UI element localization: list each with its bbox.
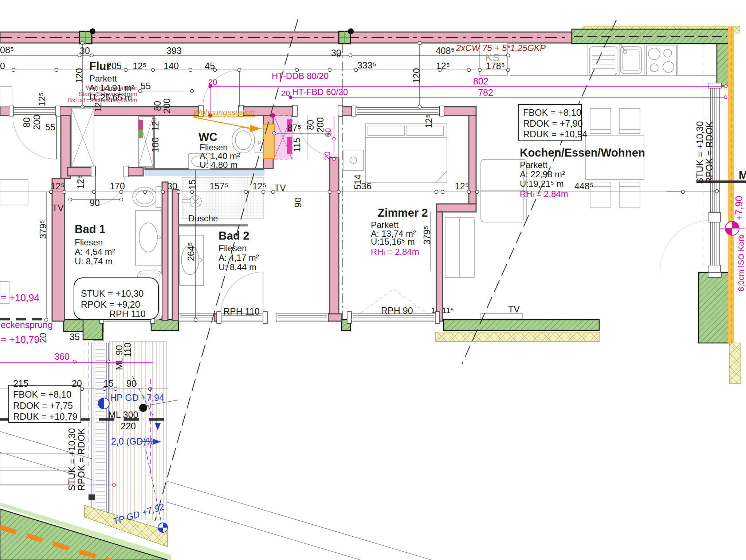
dim-87-5: 87⁵ (287, 123, 301, 133)
room-title-kochen: Kochen/Essen/Wohnen (520, 146, 645, 159)
box3-fbok: FBOK = +8,10 (13, 389, 71, 399)
dim-20-ht2: 20 (281, 89, 290, 98)
room-title-wc: WC (199, 131, 217, 143)
floor-plan-drawing: 08⁵ 0 30 393 30 408⁵ 2xCW 75 + 5*1,25GKP… (0, 0, 746, 560)
dim-12-5-j: 12⁵ (455, 181, 469, 191)
box2-rpok: RPOK = +9,20 (81, 299, 140, 309)
label-tv-1: TV (52, 203, 64, 213)
dim-36: 36 (361, 181, 372, 191)
dim-215: 215 (13, 378, 28, 389)
dim-12-5-e: 12⁵ (150, 117, 160, 131)
dim-60-magenta: 60 (323, 128, 333, 137)
dim-408-right: 408⁵ (436, 46, 455, 56)
wc-perimeter: U: 4,80 m (200, 160, 237, 170)
dim-12-5-b: 12⁵ (436, 61, 450, 71)
note-gefaelle: 2,0 (GD)% (111, 436, 154, 446)
label-tv-3: TV (508, 304, 520, 314)
dim-782: 782 (478, 87, 493, 98)
box2-rph: RPH 110 (109, 309, 146, 319)
zimmer2-floor: Parkett (371, 220, 398, 230)
dim-30-pier2: 30 (331, 48, 341, 58)
dim-20-magenta: 20 (323, 151, 332, 160)
level-stuk-right: STUK = +10,30 (695, 121, 705, 184)
label-rph90: RPH 90 (381, 305, 413, 316)
box3-rdok: RDOK = +7,75 (13, 401, 73, 411)
label-rph110-bad2: RPH 110 (223, 306, 260, 316)
level-rpok-bottom: RPOK = RDOK (76, 428, 86, 491)
kochen-area: A: 22,98 m² (520, 169, 565, 179)
dim-80-a: 80 (21, 117, 32, 127)
dim-157-5: 157⁵ (209, 181, 228, 191)
flur-floor: Parkett (89, 74, 117, 83)
level-stuk-bottom: STUK = +10,30 (67, 428, 77, 491)
dim-200-a: 200 (32, 115, 42, 130)
note-ht-fbd: HT-FBD 60/20 (292, 87, 348, 97)
room-title-bad1: Bad 1 (75, 223, 105, 236)
dim-802: 802 (473, 76, 488, 86)
dim-379-5-b: 379⁵ (422, 226, 432, 245)
bad2-floor: Fliesen (219, 243, 247, 253)
level-790: +7,90 (734, 196, 745, 221)
box1-fbok: FBOK = +8,10 (523, 107, 581, 118)
room-title-zimmer2: Zimmer 2 (378, 206, 428, 219)
dim-393: 393 (166, 46, 182, 56)
bad1-perimeter: U: 8,74 m (75, 256, 113, 266)
box3-rduk: RDUK = +10,79 (13, 411, 78, 422)
level-rpok-right: RPOK = RDOK (704, 121, 714, 184)
floor-plan-canvas: 08⁵ 0 30 393 30 408⁵ 2xCW 75 + 5*1,25GKP… (0, 0, 746, 560)
label-dusche: Dusche (188, 213, 218, 223)
kochen-clear-height: RHₗ = 2,84m (520, 189, 568, 199)
dim-264-5: 264⁵ (186, 242, 196, 261)
level-1094: = +10,94 (1, 292, 40, 303)
dim-100: 100 (150, 137, 160, 153)
dim-20-d: 20 (72, 378, 82, 389)
exterior-ladder (89, 343, 109, 517)
dim-120-left: 120 (74, 68, 84, 83)
note-hp-gd: HP GD +7,94 (110, 393, 164, 403)
dim-379-5-a: 379⁵ (38, 220, 48, 239)
box2-stuk: STUK = +10,30 (81, 288, 144, 299)
dim-205: 205 (106, 61, 122, 71)
dim-35: 35 (70, 332, 80, 342)
dim-220: 220 (121, 421, 136, 431)
note-iso-korb: 8,0cm ISO Korb (737, 234, 746, 292)
dim-408-left: 08⁵ (0, 45, 14, 55)
label-m-cut: M (739, 169, 746, 182)
dim-55-b: 55 (141, 81, 151, 91)
dim-140: 140 (164, 61, 179, 71)
wohnungsstation-arrow (194, 117, 261, 132)
bad1-area: A: 4,54 m² (75, 247, 115, 257)
label-tv-2: TV (274, 183, 286, 193)
dim-12-5-a: 12⁵ (133, 61, 146, 71)
dim-120-right: 120 (411, 68, 421, 83)
label-fridge-ks: KS (485, 51, 500, 63)
box1-rduk: RDUK = +10,94 (523, 129, 588, 139)
dim-448-5: 448⁵ (574, 181, 593, 191)
bad1-floor: Fliesen (75, 237, 103, 247)
kochen-perimeter: U:19,21⁵ m (520, 179, 564, 189)
tv-board (481, 313, 523, 319)
dim-12-5-d: 12⁵ (93, 98, 103, 112)
note-ht-ddb: HT-DDB 80/20 (272, 71, 329, 81)
dim-80-c: 80 (305, 120, 315, 130)
level-1079: = +10,79 (1, 334, 40, 345)
dim-12-5-c: 12⁵ (37, 92, 47, 106)
bad2-area: A: 4,17 m² (219, 253, 259, 263)
kochen-floor: Parkett (520, 160, 547, 170)
dim-12-5-h: 12⁵ (252, 181, 266, 191)
note-deckensprung: eckensprung (1, 320, 53, 330)
shower-partition (145, 170, 264, 175)
zimmer2-perimeter: U:15,16⁵ m (371, 237, 415, 247)
zimmer2-clear-height: RHₗ = 2,84m (371, 247, 419, 257)
dim-110: 110 (122, 343, 133, 357)
dim-115: 115 (292, 138, 302, 152)
dim-170: 170 (110, 181, 125, 191)
room-title-bad2: Bad 2 (219, 229, 249, 242)
dim-55-a: 55 (45, 122, 55, 132)
dim-20-ht1: 20 (208, 78, 217, 87)
dim-30-c: 30 (167, 181, 177, 191)
wc-floor: Fliesen (200, 142, 228, 152)
dim-20-c: 20 (38, 333, 48, 343)
dim-333-5: 333⁵ (357, 60, 376, 70)
dim-15-a: 15 (187, 180, 197, 190)
